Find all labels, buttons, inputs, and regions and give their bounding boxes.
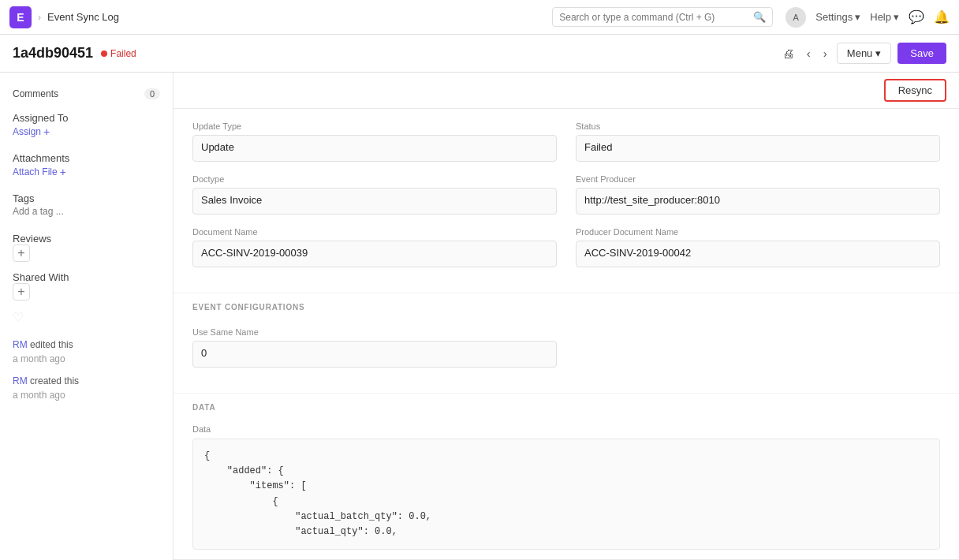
event-producer-label: Event Producer bbox=[576, 174, 940, 184]
assigned-to-label: Assigned To bbox=[13, 112, 160, 124]
document-name-field: Document Name ACC-SINV-2019-00039 bbox=[192, 227, 557, 267]
main-layout: Comments 0 Assigned To Assign + Attachme… bbox=[0, 73, 959, 560]
settings-button[interactable]: Settings ▾ bbox=[815, 11, 860, 23]
topnav-actions: A Settings ▾ Help ▾ 💬 🔔 bbox=[785, 7, 950, 28]
resync-banner: Resync bbox=[174, 73, 959, 109]
sidebar-shared-section: Shared With + bbox=[0, 265, 173, 304]
producer-document-name-label: Producer Document Name bbox=[576, 227, 940, 237]
tags-label: Tags bbox=[13, 192, 160, 204]
add-review-button[interactable]: + bbox=[13, 245, 30, 262]
content-area: Resync Update Type Update Status Failed bbox=[174, 73, 959, 560]
activity-user-2: RM bbox=[13, 375, 28, 386]
activity-time-2: a month ago bbox=[13, 388, 160, 402]
doctype-label: Doctype bbox=[192, 174, 557, 184]
form-section-main: Update Type Update Status Failed Doctype… bbox=[174, 109, 959, 293]
status-value: Failed bbox=[576, 135, 940, 162]
notification-icon[interactable]: 🔔 bbox=[934, 9, 950, 24]
save-button[interactable]: Save bbox=[897, 43, 946, 64]
sidebar: Comments 0 Assigned To Assign + Attachme… bbox=[0, 73, 174, 560]
activity-time-1: a month ago bbox=[13, 352, 160, 366]
help-button[interactable]: Help ▾ bbox=[870, 11, 899, 23]
status-field: Status Failed bbox=[576, 121, 940, 162]
menu-button[interactable]: Menu ▾ bbox=[837, 43, 892, 64]
search-input[interactable] bbox=[559, 12, 748, 23]
producer-document-name-value: ACC-SINV-2019-00042 bbox=[576, 241, 940, 267]
avatar: A bbox=[785, 7, 806, 28]
event-producer-value: http://test_site_producer:8010 bbox=[576, 188, 940, 215]
sidebar-tags-section: Tags Add a tag ... bbox=[0, 186, 173, 226]
doctype-value: Sales Invoice bbox=[192, 188, 557, 215]
data-section-header: DATA bbox=[174, 393, 959, 415]
heart-icon: ♡ bbox=[13, 310, 160, 325]
status-dot bbox=[101, 50, 107, 57]
comments-label: Comments bbox=[13, 88, 58, 99]
event-producer-field: Event Producer http://test_site_producer… bbox=[576, 174, 940, 215]
breadcrumb-label: Event Sync Log bbox=[47, 11, 119, 23]
document-name-value: ACC-SINV-2019-00039 bbox=[192, 241, 557, 267]
search-icon: 🔍 bbox=[753, 11, 766, 23]
form-card: Update Type Update Status Failed Doctype… bbox=[174, 109, 959, 560]
topnav: E › Event Sync Log 🔍 A Settings ▾ Help ▾… bbox=[0, 0, 959, 35]
app-logo: E bbox=[9, 6, 32, 28]
sidebar-assigned-section: Assigned To Assign + bbox=[0, 106, 173, 146]
status-badge: Failed bbox=[101, 48, 136, 59]
data-code: { "added": { "items": [ { "actual_batch_… bbox=[192, 439, 940, 550]
add-tag-text[interactable]: Add a tag ... bbox=[13, 204, 160, 223]
update-type-label: Update Type bbox=[192, 121, 557, 131]
data-label: Data bbox=[192, 424, 940, 434]
use-same-name-value: 0 bbox=[192, 341, 557, 368]
reviews-label: Reviews bbox=[13, 233, 160, 245]
prev-button[interactable]: ‹ bbox=[804, 43, 814, 63]
activity-user-1: RM bbox=[13, 339, 28, 350]
form-row-2: Doctype Sales Invoice Event Producer htt… bbox=[192, 174, 940, 215]
document-name-label: Document Name bbox=[192, 227, 557, 237]
use-same-name-field: Use Same Name 0 bbox=[192, 327, 557, 368]
producer-document-name-field: Producer Document Name ACC-SINV-2019-000… bbox=[576, 227, 940, 267]
update-type-field: Update Type Update bbox=[192, 121, 557, 162]
attach-file-link[interactable]: Attach File + bbox=[13, 166, 160, 178]
data-section: Data { "added": { "items": [ { "actual_b… bbox=[174, 415, 959, 559]
sidebar-attachments-section: Attachments Attach File + bbox=[0, 146, 173, 186]
form-row-1: Update Type Update Status Failed bbox=[192, 121, 940, 162]
comments-count: 0 bbox=[144, 88, 160, 99]
form-row-3: Document Name ACC-SINV-2019-00039 Produc… bbox=[192, 227, 940, 267]
breadcrumb-chevron: › bbox=[38, 12, 41, 23]
update-type-value: Update bbox=[192, 135, 557, 162]
page-header: 1a4db90451 Failed 🖨 ‹ › Menu ▾ Save bbox=[0, 35, 959, 73]
print-button[interactable]: 🖨 bbox=[779, 43, 797, 63]
doctype-field: Doctype Sales Invoice bbox=[192, 174, 557, 215]
event-configurations-header: EVENT CONFIGURATIONS bbox=[174, 293, 959, 315]
chat-icon[interactable]: 💬 bbox=[909, 9, 924, 24]
sidebar-reviews-section: Reviews + bbox=[0, 226, 173, 265]
header-actions: 🖨 ‹ › Menu ▾ Save bbox=[779, 43, 946, 64]
status-label: Status bbox=[576, 121, 940, 131]
activity-item-2: RM created this a month ago bbox=[13, 374, 160, 402]
event-configurations-section: Use Same Name 0 bbox=[174, 315, 959, 393]
use-same-name-label: Use Same Name bbox=[192, 327, 557, 337]
event-config-row: Use Same Name 0 bbox=[192, 327, 940, 368]
next-button[interactable]: › bbox=[820, 43, 830, 63]
shared-with-label: Shared With bbox=[13, 271, 160, 283]
assign-link[interactable]: Assign + bbox=[13, 125, 160, 138]
activity-item-1: RM edited this a month ago bbox=[13, 338, 160, 366]
add-shared-button[interactable]: + bbox=[13, 283, 30, 301]
activity-log: RM edited this a month ago RM created th… bbox=[0, 331, 173, 416]
resync-button[interactable]: Resync bbox=[884, 79, 946, 102]
page-title: 1a4db90451 bbox=[13, 45, 93, 62]
sidebar-comments-section: Comments 0 bbox=[0, 82, 173, 106]
attachments-label: Attachments bbox=[13, 152, 160, 164]
search-bar[interactable]: 🔍 bbox=[552, 7, 773, 27]
